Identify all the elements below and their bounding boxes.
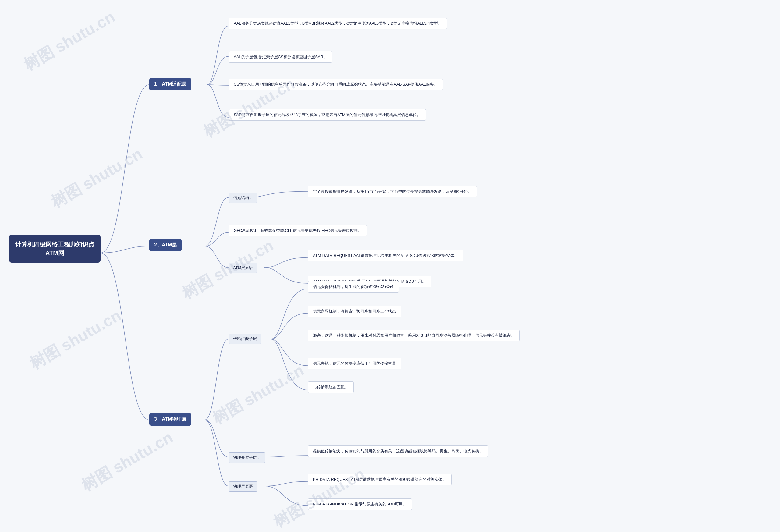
aal-service-types: AAL服务分类:A类线路仿真AAL1类型，B类VBR视频AAL2类型，C类文件传… [229, 18, 447, 29]
pm-detail: 提供位传输能力，传输功能与所用的介质有关，这些功能包括线路编码、再生、均衡、电光… [308, 445, 488, 457]
gfc-clp-hec: GFC总流控;PT有效载荷类型;CLP信元丢失优先权;HEC信元头差错控制。 [229, 225, 367, 236]
watermark-3: 树图 shutu.cn [47, 144, 146, 213]
cell-structure-label: 信元结构： [229, 193, 257, 203]
ph-data-indication: PH-DATA-INDICATION:指示与原主有关的SDU可用。 [308, 498, 412, 510]
tc-matching: 与传输系统的匹配。 [308, 382, 354, 393]
l1-phy-label: 3、ATM物理层 [154, 417, 187, 422]
atm-primitives-label: ATM层原语 [229, 263, 257, 273]
tc-hec: 信元头保护机制，所生成的多项式X8+X2+X+1 [308, 281, 399, 292]
root-label: 计算机四级网络工程师知识点ATM网 [15, 241, 94, 256]
watermark-6: 树图 shutu.cn [209, 360, 308, 429]
tc-decoupling: 信元去耦，信元的数据率应低于可用的传输容量 [308, 358, 401, 369]
l1-node-atm-aal: 1、ATM适配层 [149, 78, 191, 91]
atm-data-request: ATM-DATA-REQUEST:AAL请求把与此原主相关的ATM-SDU传送给… [308, 250, 463, 261]
page: 树图 shutu.cn 树图 shutu.cn 树图 shutu.cn 树图 s… [0, 0, 780, 532]
sar-function: SAR将来自汇聚子层的信元分段成48字节的载体，或把来自ATM层的信元信息域内容… [229, 109, 426, 120]
root-node: 计算机四级网络工程师知识点ATM网 [9, 235, 101, 263]
cs-function: CS负责来自用户面的信息单元作分段准备，以使这些分组再重组成原始状态。主要功能是… [229, 79, 443, 90]
watermark-4: 树图 shutu.cn [178, 235, 277, 304]
pm-sublayer-label: 物理介质子层： [229, 452, 265, 463]
watermark-7: 树图 shutu.cn [78, 427, 177, 496]
l1-aal-label: 1、ATM适配层 [154, 81, 187, 87]
l1-node-atm-phy: 3、ATM物理层 [149, 413, 191, 426]
watermark-1: 树图 shutu.cn [20, 6, 119, 76]
phy-primitives-label: 物理层原语 [229, 481, 257, 492]
tc-sublayer-label: 传输汇聚子层 [229, 334, 261, 344]
tc-delineation: 信元定界机制，有搜索、预同步和同步三个状态 [308, 306, 401, 317]
cell-structure-detail: 字节是按递增顺序发送，从第1个字节开始，字节中的位是按递减顺序发送，从第8位开始… [308, 186, 477, 197]
watermark-5: 树图 shutu.cn [26, 305, 125, 375]
l1-node-atm-layer: 2、ATM层 [149, 239, 182, 251]
ph-data-request: PH-DATA-REQUEST:ATM层请求把与原主有关的SDU传送给它的对等实… [308, 474, 451, 485]
l1-atm-label: 2、ATM层 [154, 242, 177, 247]
tc-scrambling: 混杂，这是一种附加机制，用来对付恶意用户和假冒，采用X43+1的自同步混杂器随机… [308, 330, 520, 341]
aal-sublayers: AAL的子层包括:汇聚子层CS和分段和重组子层SAR。 [229, 51, 332, 63]
